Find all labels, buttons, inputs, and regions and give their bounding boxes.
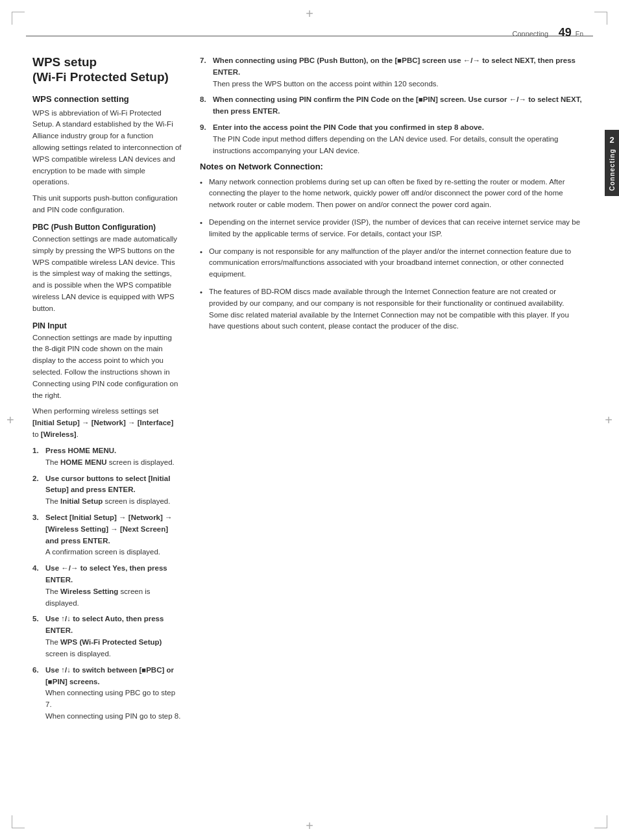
- notes-list: • Many network connection problems durin…: [200, 177, 583, 333]
- crosshair-left: [6, 413, 14, 428]
- steps-list-right: 7. When connecting using PBC (Push Butto…: [200, 55, 583, 157]
- pin-heading: PIN Input: [32, 321, 182, 330]
- page-number: 49: [559, 26, 572, 40]
- pin-text: Connection settings are made by inputtin…: [32, 332, 182, 402]
- page-header: Connecting 49 En: [512, 26, 583, 40]
- step-7: 7. When connecting using PBC (Push Butto…: [200, 55, 583, 90]
- steps-list-left: 1. Press HOME MENU.The HOME MENU screen …: [32, 445, 182, 723]
- step-4: 4. Use ←/→ to select Yes, then press ENT…: [32, 563, 182, 609]
- intro-p1: WPS is abbreviation of Wi-Fi Protected S…: [32, 108, 182, 189]
- section-heading-wps: WPS connection setting: [32, 94, 182, 104]
- left-column: WPS setup(Wi-Fi Protected Setup) WPS con…: [32, 42, 182, 814]
- notes-heading: Notes on Network Connection:: [200, 162, 583, 171]
- note-3: • Our company is not responsible for any…: [200, 246, 583, 280]
- right-column: 7. When connecting using PBC (Push Butto…: [200, 42, 583, 814]
- corner-mark-bl: [12, 815, 25, 828]
- step-5: 5. Use ↑/↓ to select Auto, then press EN…: [32, 613, 182, 660]
- section-label: Connecting: [512, 30, 548, 38]
- note-1: • Many network connection problems durin…: [200, 177, 583, 211]
- step-1: 1. Press HOME MENU.The HOME MENU screen …: [32, 445, 182, 469]
- note-2: • Depending on the internet service prov…: [200, 217, 583, 240]
- main-content: WPS setup(Wi-Fi Protected Setup) WPS con…: [32, 42, 583, 814]
- note-4: • The features of BD-ROM discs made avai…: [200, 286, 583, 332]
- wireless-note: When performing wireless settings set [I…: [32, 406, 182, 440]
- crosshair-bottom: [306, 819, 313, 834]
- sidebar-tab-label: Connecting: [609, 149, 616, 191]
- step-3: 3. Select [Initial Setup] → [Network] → …: [32, 512, 182, 558]
- step-9: 9. Enter into the access point the PIN C…: [200, 122, 583, 156]
- pbc-text: Connection settings are made automatical…: [32, 234, 182, 315]
- corner-mark-br: [594, 815, 607, 828]
- intro-p2: This unit supports push-button configura…: [32, 193, 182, 216]
- step-6: 6. Use ↑/↓ to switch between [■PBC] or […: [32, 665, 182, 723]
- crosshair-top: [306, 6, 313, 21]
- pbc-heading: PBC (Push Button Configuration): [32, 223, 182, 232]
- crosshair-right: [605, 413, 613, 428]
- corner-mark-tr: [594, 12, 607, 25]
- main-title: WPS setup(Wi-Fi Protected Setup): [32, 55, 182, 85]
- step-2: 2. Use cursor buttons to select [Initial…: [32, 473, 182, 508]
- sidebar-tab-number: 2: [609, 135, 614, 145]
- corner-mark-tl: [12, 12, 25, 25]
- sidebar-tab: 2 Connecting: [605, 130, 619, 196]
- header-line: [26, 36, 593, 36]
- step-8: 8. When connecting using PIN confirm the…: [200, 94, 583, 117]
